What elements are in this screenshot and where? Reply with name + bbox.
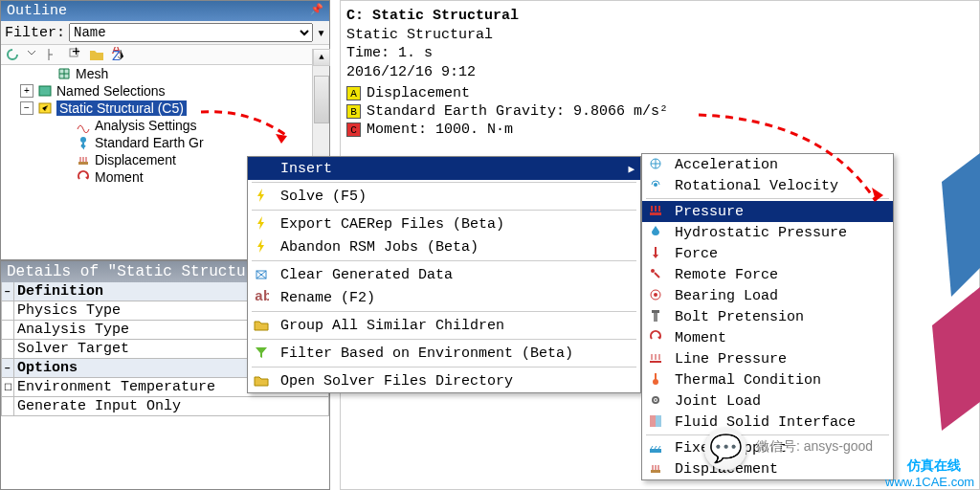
menu-label: Bolt Pretension — [675, 309, 804, 325]
menu-item[interactable]: Displacement — [642, 458, 893, 479]
filter-select[interactable]: Name — [69, 23, 313, 42]
menu-separator — [252, 260, 636, 261]
expand-icon[interactable] — [26, 47, 41, 62]
menu-label: Filter Based on Environment (Beta) — [280, 345, 573, 362]
svg-point-15 — [654, 293, 657, 297]
menu-label: Insert — [280, 161, 332, 177]
details-expand[interactable] — [1, 321, 14, 339]
menu-item[interactable]: Moment — [642, 327, 893, 348]
menu-item[interactable]: Fluid Solid Interface — [642, 412, 893, 433]
menu-label: Acceleration — [675, 157, 778, 173]
filter-row: Filter: Name ▾ — [1, 21, 329, 45]
svg-rect-19 — [655, 373, 657, 381]
menu-separator — [252, 210, 636, 211]
details-expand[interactable] — [1, 301, 14, 320]
menu-separator — [252, 311, 636, 312]
svg-rect-23 — [656, 415, 661, 427]
filter-label: Filter: — [5, 25, 65, 41]
menu-item[interactable]: Hydrostatic Pressure — [642, 222, 893, 243]
rforce-icon — [648, 266, 665, 283]
joint-icon — [648, 392, 665, 410]
svg-marker-26 — [942, 153, 980, 297]
expand-toggle[interactable]: + — [20, 84, 33, 98]
outline-title-bar: Outline 📌 — [1, 1, 329, 21]
svg-text:+: + — [72, 47, 80, 60]
legend-label: Moment: 1000. N·m — [367, 122, 513, 138]
svg-rect-25 — [651, 470, 660, 473]
menu-item[interactable]: Pressure — [642, 201, 893, 222]
menu-separator — [252, 339, 636, 340]
disp-icon — [648, 460, 665, 478]
menu-separator — [252, 367, 636, 368]
details-expand[interactable]: − — [1, 359, 14, 377]
tree-item[interactable]: −Static Structural (C5) — [1, 100, 329, 117]
menu-item[interactable]: Filter Based on Environment (Beta) — [248, 342, 640, 365]
watermark-wechat: 微信号: ansys-good — [756, 438, 873, 456]
pretens-icon — [648, 308, 665, 325]
menu-item[interactable]: Bolt Pretension — [642, 306, 893, 327]
menu-label: Hydrostatic Pressure — [675, 225, 847, 241]
thermal-icon — [648, 371, 665, 389]
tree-icon[interactable] — [47, 47, 62, 62]
scroll-up-button[interactable]: ▲ — [313, 49, 330, 66]
details-row[interactable]: Generate Input Only — [1, 397, 329, 416]
outline-title: Outline — [7, 3, 67, 19]
lpress-icon — [648, 350, 665, 368]
menu-item[interactable]: Insert▶ — [248, 157, 640, 180]
menu-item[interactable]: Force — [642, 243, 893, 264]
menu-item[interactable]: Line Pressure — [642, 348, 893, 369]
menu-item[interactable]: Solve (F5) — [248, 185, 640, 208]
menu-item[interactable]: Thermal Condition — [642, 369, 893, 390]
tree-label: Mesh — [76, 66, 108, 81]
blank-icon — [254, 160, 271, 177]
bolt-icon — [254, 238, 271, 256]
menu-item[interactable]: Group All Similar Children — [248, 314, 640, 337]
folder-icon — [254, 372, 271, 390]
sort-icon[interactable]: AZ — [110, 47, 125, 62]
details-expand[interactable] — [1, 397, 14, 415]
svg-point-11 — [654, 183, 657, 187]
menu-item[interactable]: Acceleration — [642, 154, 893, 175]
tree-item[interactable]: Mesh — [1, 65, 329, 82]
expand-all-icon[interactable]: + — [68, 47, 83, 62]
menu-item[interactable]: Bearing Load — [642, 285, 893, 306]
folder-icon[interactable] — [89, 47, 104, 62]
svg-rect-17 — [652, 310, 659, 313]
fsi-icon — [648, 413, 665, 431]
tree-label: Named Selections — [56, 83, 166, 99]
details-expand[interactable]: ☐ — [1, 378, 14, 396]
menu-separator — [646, 434, 889, 435]
svg-marker-27 — [932, 287, 980, 431]
legend-label: Standard Earth Gravity: 9.8066 m/s² — [367, 103, 668, 120]
menu-item[interactable]: Open Solver Files Directory — [248, 369, 640, 392]
pin-icon[interactable]: 📌 — [310, 3, 323, 19]
tree-item[interactable]: Standard Earth Gr — [1, 134, 329, 151]
info-title: C: Static Structural — [346, 7, 973, 26]
menu-item[interactable]: abRename (F2) — [248, 286, 640, 309]
menu-label: Solve (F5) — [280, 189, 367, 205]
tree-label: Moment — [95, 169, 144, 185]
disp-icon — [76, 152, 91, 167]
menu-label: Thermal Condition — [675, 372, 821, 389]
refresh-icon[interactable] — [5, 47, 20, 62]
menu-item[interactable]: Export CAERep Files (Beta) — [248, 212, 640, 235]
tree-label: Displacement — [95, 152, 176, 167]
menu-item[interactable]: Joint Load — [642, 390, 893, 412]
context-menu-insert[interactable]: AccelerationRotational VelocityPressureH… — [641, 153, 894, 480]
menu-label: Rename (F2) — [280, 290, 375, 306]
details-expand[interactable]: − — [1, 282, 14, 301]
tree-item[interactable]: +Named Selections — [1, 82, 329, 100]
scroll-thumb[interactable] — [314, 76, 329, 123]
expand-toggle[interactable]: − — [20, 101, 33, 115]
rot-icon — [648, 177, 665, 194]
filter-sort-icon[interactable]: ▾ — [317, 24, 325, 42]
menu-item[interactable]: Remote Force — [642, 264, 893, 285]
model-viewport-edge — [923, 153, 980, 488]
menu-item[interactable]: Abandon RSM Jobs (Beta) — [248, 235, 640, 258]
context-menu-main[interactable]: Insert▶Solve (F5)Export CAERep Files (Be… — [247, 156, 641, 393]
tree-item[interactable]: Analysis Settings — [1, 117, 329, 134]
menu-item[interactable]: Rotational Velocity — [642, 175, 893, 196]
menu-label: Joint Load — [675, 393, 761, 410]
menu-item[interactable]: Clear Generated Data — [248, 263, 640, 286]
details-expand[interactable] — [1, 340, 14, 358]
